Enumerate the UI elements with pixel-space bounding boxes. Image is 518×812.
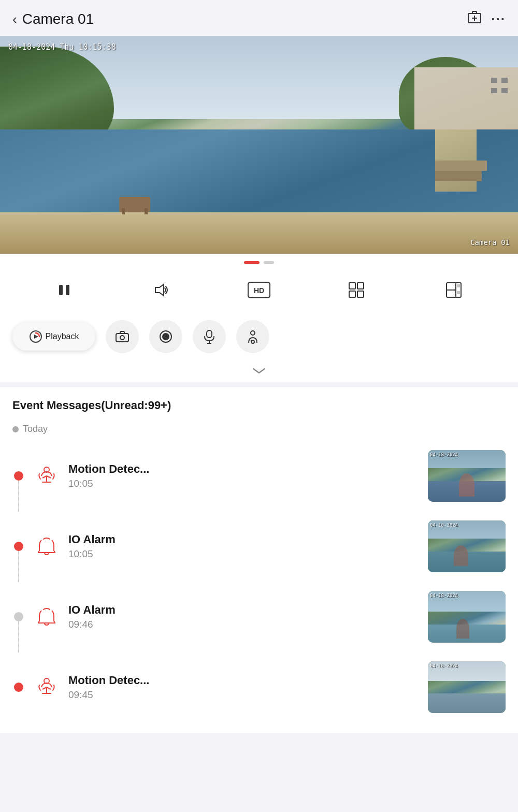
event-text: Motion Detec... 09:45 — [68, 674, 420, 701]
motion-detect-icon — [35, 465, 58, 487]
event-time-4: 09:45 — [68, 689, 420, 701]
camera-label: Camera 01 — [470, 238, 510, 247]
io-alarm-icon-wrap — [33, 533, 60, 560]
event-thumbnail-1[interactable]: 04-18-2024 — [428, 450, 506, 502]
grid-button[interactable] — [341, 274, 372, 306]
event-thumbnail-2[interactable]: 04-18-2024 — [428, 520, 506, 572]
microphone-button[interactable] — [193, 320, 226, 353]
dot-2[interactable] — [264, 261, 274, 264]
svg-marker-20 — [34, 335, 38, 339]
pause-button[interactable] — [49, 274, 80, 306]
io-alarm-icon-1 — [35, 535, 58, 558]
dot-1[interactable] — [244, 261, 260, 264]
timeline-dot-red-2 — [14, 683, 23, 692]
record-button[interactable] — [149, 320, 182, 353]
header-left: ‹ Camera 01 — [12, 11, 94, 27]
svg-rect-9 — [349, 283, 355, 289]
header-right: ··· — [467, 10, 506, 28]
header: ‹ Camera 01 ··· — [0, 0, 518, 36]
svg-line-41 — [47, 687, 51, 689]
action-row: Playback — [0, 315, 518, 364]
section-divider — [0, 382, 518, 387]
event-unread: (Unread:99+) — [101, 399, 171, 412]
add-camera-icon[interactable] — [467, 10, 482, 28]
volume-button[interactable] — [146, 274, 177, 306]
event-text: Motion Detec... 10:05 — [68, 462, 420, 489]
playback-button[interactable]: Playback — [12, 323, 95, 351]
event-title-3: IO Alarm — [68, 603, 420, 617]
camera-feed[interactable]: 04-18-2024 Thu 10:15:38 Camera 01 — [0, 36, 518, 254]
svg-rect-18 — [457, 291, 460, 294]
event-title: Event Messages — [12, 399, 101, 412]
motion-detect-icon-2 — [35, 676, 58, 699]
event-item[interactable]: Motion Detec... 09:45 04-18-2024 — [0, 652, 518, 722]
svg-rect-17 — [457, 284, 460, 287]
svg-rect-11 — [349, 291, 355, 297]
event-time-1: 10:05 — [68, 478, 420, 489]
event-item[interactable]: Motion Detec... 10:05 04-18-2024 — [0, 441, 518, 511]
timeline-col — [12, 612, 25, 621]
thumb-timestamp-4: 04-18-2024 — [430, 663, 458, 669]
event-item[interactable]: IO Alarm 10:05 04-18-2024 — [0, 511, 518, 582]
ptz-button[interactable] — [236, 320, 269, 353]
layout-button[interactable] — [438, 274, 469, 306]
today-label: Today — [23, 424, 48, 434]
io-alarm-icon-2 — [35, 605, 58, 628]
today-label-row: Today — [0, 419, 518, 441]
thumb-timestamp-3: 04-18-2024 — [430, 593, 458, 598]
svg-marker-6 — [155, 284, 164, 296]
svg-rect-5 — [66, 285, 69, 295]
timeline-dot-gray — [14, 612, 23, 621]
svg-rect-25 — [207, 330, 212, 338]
hd-button[interactable]: HD — [243, 274, 275, 306]
timeline-col — [12, 683, 25, 692]
svg-point-22 — [120, 336, 124, 340]
svg-rect-12 — [357, 291, 364, 297]
playback-label: Playback — [46, 332, 79, 341]
camera-timestamp: 04-18-2024 Thu 10:15:38 — [8, 42, 116, 52]
svg-rect-4 — [59, 285, 63, 295]
thumb-timestamp-1: 04-18-2024 — [430, 452, 458, 457]
event-item[interactable]: IO Alarm 09:46 04-18-2024 — [0, 582, 518, 652]
event-text: IO Alarm 10:05 — [68, 533, 420, 560]
svg-rect-21 — [116, 334, 128, 342]
svg-line-33 — [47, 476, 51, 478]
svg-point-29 — [251, 340, 254, 343]
event-title-1: Motion Detec... — [68, 462, 420, 476]
event-title-4: Motion Detec... — [68, 674, 420, 687]
event-messages-header: Event Messages(Unread:99+) — [0, 387, 518, 419]
more-options-icon[interactable]: ··· — [491, 11, 506, 27]
event-list: Today Motion Detec... 10:05 — [0, 419, 518, 733]
today-indicator-dot — [12, 426, 19, 432]
event-thumbnail-3[interactable]: 04-18-2024 — [428, 591, 506, 643]
svg-line-32 — [42, 476, 47, 478]
timeline-line — [18, 551, 19, 582]
svg-line-40 — [42, 687, 47, 689]
expand-icon[interactable] — [251, 367, 267, 375]
event-title-2: IO Alarm — [68, 533, 420, 546]
event-time-2: 10:05 — [68, 548, 420, 560]
main-controls: HD — [0, 269, 518, 315]
event-text: IO Alarm 09:46 — [68, 603, 420, 630]
motion-icon-wrap-2 — [33, 674, 60, 701]
event-time-3: 09:46 — [68, 619, 420, 630]
timeline-line — [18, 621, 19, 653]
back-button[interactable]: ‹ — [12, 11, 17, 27]
timeline-col — [12, 471, 25, 481]
thumb-timestamp-2: 04-18-2024 — [430, 523, 458, 528]
svg-text:HD: HD — [254, 286, 264, 295]
pagination-dots — [0, 254, 518, 269]
motion-icon-wrap — [33, 462, 60, 489]
io-alarm-icon-wrap-2 — [33, 603, 60, 630]
event-thumbnail-4[interactable]: 04-18-2024 — [428, 661, 506, 713]
page-title: Camera 01 — [22, 11, 94, 27]
svg-rect-10 — [357, 283, 364, 289]
timeline-col — [12, 542, 25, 551]
svg-point-24 — [162, 333, 169, 340]
timeline-line — [18, 481, 19, 512]
svg-rect-1 — [472, 11, 477, 13]
timeline-dot-red — [14, 542, 23, 551]
expand-row[interactable] — [0, 364, 518, 382]
svg-point-28 — [251, 331, 255, 335]
camera-button[interactable] — [106, 320, 139, 353]
